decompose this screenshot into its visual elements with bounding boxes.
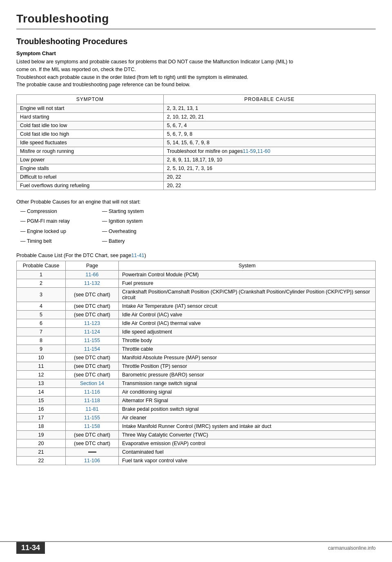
section-title: Troubleshooting Procedures xyxy=(16,37,376,46)
probable-system-cell: Fuel pressure xyxy=(119,279,376,287)
probable-num-cell: 2 xyxy=(17,279,66,287)
probable-page-link[interactable]: 11-155 xyxy=(84,415,100,421)
probable-page-link[interactable]: 11-132 xyxy=(84,280,100,286)
probable-num-cell: 12 xyxy=(17,370,66,379)
probable-page-link[interactable]: Section 14 xyxy=(80,381,104,386)
symptom-cell: Cold fast idle too low xyxy=(17,121,164,130)
symptom-table: SYMPTOM PROBABLE CAUSE Engine will not s… xyxy=(16,94,376,190)
probable-page-link[interactable]: 11-118 xyxy=(84,398,100,403)
intro-text: Listed below are symptoms and probable c… xyxy=(16,58,376,89)
probable-system-cell: Throttle cable xyxy=(119,345,376,353)
intro-line-3: Troubleshoot each probable cause in the … xyxy=(16,74,376,81)
probable-system-cell: Idle Air Control (IAC) thermal valve xyxy=(119,319,376,327)
probable-page-cell: (see DTC chart) xyxy=(66,302,119,310)
probable-page-link[interactable]: 11-66 xyxy=(86,272,99,278)
probable-num-cell: 7 xyxy=(17,327,66,336)
probable-system-cell: Intake Manifold Runner Control (IMRC) sy… xyxy=(119,422,376,430)
other-causes-grid: — Compression— Starting system— PGM-FI m… xyxy=(20,207,376,246)
probable-page-link[interactable]: 11-158 xyxy=(84,423,100,429)
probable-page-cell: (see DTC chart) xyxy=(66,362,119,370)
intro-line-1: Listed below are symptoms and probable c… xyxy=(16,58,376,66)
probable-num-cell: 17 xyxy=(17,413,66,422)
probable-page-cell[interactable]: 11-154 xyxy=(66,345,119,353)
page-footer: 11-34 carmanualsonline.info xyxy=(0,541,392,554)
probable-system-cell: Air conditioning signal xyxy=(119,387,376,396)
probable-system-cell: Contaminated fuel xyxy=(119,448,376,456)
probable-num-cell: 18 xyxy=(17,422,66,430)
page-number: 11-34 xyxy=(16,542,45,554)
symptom-cell: Difficult to refuel xyxy=(17,173,164,181)
probable-num-cell: 5 xyxy=(17,310,66,319)
probable-page-cell: (see DTC chart) xyxy=(66,439,119,448)
probable-page-link[interactable]: 11-124 xyxy=(84,329,100,335)
misfire-link-1[interactable]: 11-59 xyxy=(243,148,256,154)
probable-system-cell: Evaporative emission (EVAP) control xyxy=(119,439,376,448)
probable-num-cell: 4 xyxy=(17,302,66,310)
system-header: System xyxy=(119,261,376,270)
probable-page-cell[interactable]: 11-158 xyxy=(66,422,119,430)
probable-system-cell: Throttle body xyxy=(119,336,376,345)
probable-page-cell xyxy=(66,448,119,456)
probable-page-cell[interactable]: 11-118 xyxy=(66,396,119,405)
probable-system-cell: Crankshaft Position/Camshaft Position (C… xyxy=(119,287,376,302)
symptom-col-header: SYMPTOM xyxy=(17,95,164,104)
probable-page-cell[interactable]: 11-132 xyxy=(66,279,119,287)
symptom-cell: Idle speed fluctuates xyxy=(17,139,164,147)
other-cause-right-3: — Battery xyxy=(102,237,184,246)
symptom-cell: Hard starting xyxy=(17,113,164,121)
probable-system-cell: Three Way Catalytic Converter (TWC) xyxy=(119,430,376,439)
probable-page-cell[interactable]: 11-106 xyxy=(66,456,119,465)
probable-page-link[interactable]: 11-123 xyxy=(84,320,100,326)
probable-page-cell[interactable]: 11-155 xyxy=(66,413,119,422)
probable-page-cell[interactable]: 11-124 xyxy=(66,327,119,336)
probable-num-cell: 10 xyxy=(17,353,66,362)
cause-cell: 2, 5, 10, 21, 7, 3, 16 xyxy=(163,164,375,173)
other-causes-header: Other Probable Causes for an engine that… xyxy=(16,197,376,207)
other-cause-right-1: — Ignition system xyxy=(102,217,184,226)
intro-line-4: The probable cause and troubleshooting p… xyxy=(16,81,376,89)
probable-system-cell: Barometric pressure (BARO) sensor xyxy=(119,370,376,379)
probable-system-cell: Alternator FR Signal xyxy=(119,396,376,405)
probable-system-cell: Fuel tank vapor control valve xyxy=(119,456,376,465)
probable-page-cell[interactable]: 11-81 xyxy=(66,405,119,413)
symptom-cell: Engine stalls xyxy=(17,164,164,173)
dtc-chart-page-link[interactable]: 11-41 xyxy=(131,253,144,258)
probable-num-cell: 13 xyxy=(17,379,66,387)
probable-num-cell: 1 xyxy=(17,270,66,279)
other-causes-section: Other Probable Causes for an engine that… xyxy=(16,197,376,246)
other-cause-left-1: — PGM-FI main relay xyxy=(20,217,102,226)
symptom-chart-label: Symptom Chart xyxy=(16,50,376,56)
probable-num-cell: 11 xyxy=(17,362,66,370)
symptom-cell: Cold fast idle too high xyxy=(17,130,164,139)
misfire-link-2[interactable]: 11-60 xyxy=(257,148,270,154)
probable-cause-header: Probable Cause xyxy=(17,261,66,270)
probable-page-cell[interactable]: Section 14 xyxy=(66,379,119,387)
probable-num-cell: 19 xyxy=(17,430,66,439)
page-title: Troubleshooting xyxy=(16,12,376,25)
probable-num-cell: 20 xyxy=(17,439,66,448)
probable-page-link[interactable]: 11-106 xyxy=(84,458,100,463)
cause-cell: 5, 6, 7, 4 xyxy=(163,121,375,130)
probable-page-cell[interactable]: 11-155 xyxy=(66,336,119,345)
cause-cell: 5, 14, 15, 6, 7, 9, 8 xyxy=(163,139,375,147)
intro-line-2: come on. If the MIL was reported on, che… xyxy=(16,66,376,74)
other-cause-left-3: — Timing belt xyxy=(20,237,102,246)
probable-system-cell: Throttle Position (TP) sensor xyxy=(119,362,376,370)
probable-page-link[interactable]: 11-154 xyxy=(84,346,100,352)
probable-page-cell[interactable]: 11-66 xyxy=(66,270,119,279)
cause-cell: 2, 3, 21, 13, 1 xyxy=(163,104,375,113)
probable-num-cell: 15 xyxy=(17,396,66,405)
other-cause-right-2: — Overheating xyxy=(102,227,184,236)
probable-page-cell[interactable]: 11-116 xyxy=(66,387,119,396)
cause-cell: 5, 6, 7, 9, 8 xyxy=(163,130,375,139)
probable-page-cell[interactable]: 11-123 xyxy=(66,319,119,327)
probable-page-link[interactable]: 11-116 xyxy=(84,389,100,395)
cause-cell: 2, 8, 9, 11, 18,17, 19, 10 xyxy=(163,156,375,164)
probable-system-cell: Powertrain Control Module (PCM) xyxy=(119,270,376,279)
probable-num-cell: 14 xyxy=(17,387,66,396)
probable-system-cell: Idle speed adjustment xyxy=(119,327,376,336)
probable-system-cell: Intake Air Temperature (IAT) sensor circ… xyxy=(119,302,376,310)
probable-page-link[interactable]: 11-81 xyxy=(86,406,99,412)
probable-page-link[interactable]: 11-155 xyxy=(84,338,100,343)
other-cause-left-2: — Engine locked up xyxy=(20,227,102,236)
